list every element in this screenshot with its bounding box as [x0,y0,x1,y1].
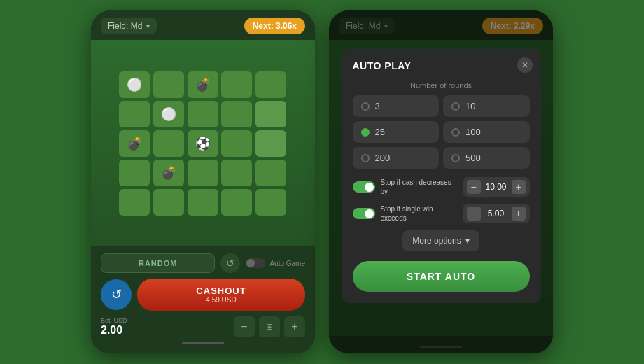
radio-3 [361,102,370,111]
cashout-label: CASHOUT [144,286,298,296]
auto-game-row: Auto Game [246,258,305,268]
rounds-grid: 3 10 25 100 [353,95,530,169]
cash-value-control: − 10.00 + [463,177,530,197]
radio-10 [451,102,460,111]
left-topbar: Field: Md ▾ Next: 3.06x [91,10,315,40]
round-option-500[interactable]: 500 [443,147,530,169]
round-option-25[interactable]: 25 [353,121,440,143]
cash-increase-btn[interactable]: + [512,180,526,194]
stack-icon[interactable]: ⊞ [259,316,280,337]
round-value-500: 500 [465,153,481,163]
radio-25 [361,128,370,136]
radio-200 [361,154,370,162]
cell-1-1[interactable]: ⚪ [153,101,184,127]
stop-win-label: Stop if single win exceeds [381,204,457,223]
stop-cash-setting: Stop if cash decreases by − 10.00 + [353,177,530,197]
auto-game-label: Auto Game [270,260,305,267]
round-option-10[interactable]: 10 [443,95,530,117]
round-value-200: 200 [375,153,391,163]
cashout-sub: 4.59 USD [144,296,298,304]
radio-500 [451,154,460,162]
cell-3-2[interactable] [188,160,218,186]
more-options-button[interactable]: More options ▾ [402,230,479,251]
win-decrease-btn[interactable]: − [467,206,481,220]
round-value-25: 25 [375,127,385,137]
chevron-down-icon-more: ▾ [465,236,470,246]
cell-2-2[interactable]: ⚽ [188,130,218,157]
cell-3-1[interactable]: 💣 [153,160,184,186]
cell-4-4[interactable] [255,189,286,216]
round-option-200[interactable]: 200 [353,147,440,169]
cell-4-1[interactable] [153,189,184,216]
stop-win-setting: Stop if single win exceeds − 5.00 + [353,204,530,223]
rounds-label: Number of rounds [353,81,530,90]
cell-4-3[interactable] [221,189,252,216]
refresh-icon[interactable]: ↺ [220,253,240,273]
chevron-down-icon: ▾ [146,22,150,30]
left-bottom: RANDOM ↺ Auto Game ↺ CASHOUT 4.59 USD Be… [91,246,315,354]
phones-container: Field: Md ▾ Next: 3.06x ⚪ 💣 ⚪ 💣 [91,10,553,354]
radio-100 [451,128,460,136]
stop-win-toggle[interactable] [353,208,375,219]
cell-4-2[interactable] [188,189,218,216]
bet-row: Bet, USD 2.00 − ⊞ + [101,316,305,337]
next-badge-left: Next: 3.06x [244,18,305,34]
cell-2-3[interactable] [221,130,252,157]
win-increase-btn[interactable]: + [512,206,526,220]
cashout-button[interactable]: CASHOUT 4.59 USD [137,279,305,311]
cell-3-3[interactable] [221,160,252,186]
bet-label: Bet, USD [101,317,230,324]
cell-1-4[interactable] [255,101,286,127]
more-options-label: More options [412,236,461,246]
stop-cash-toggle[interactable] [353,181,375,192]
autoplay-modal: AUTO PLAY ✕ Number of rounds 3 10 25 [342,49,541,303]
cell-0-4[interactable] [255,71,286,98]
action-row: ↺ CASHOUT 4.59 USD [101,279,305,311]
round-value-100: 100 [465,127,481,137]
cash-decrease-btn[interactable]: − [467,180,481,194]
stop-cash-label: Stop if cash decreases by [381,178,457,196]
left-phone: Field: Md ▾ Next: 3.06x ⚪ 💣 ⚪ 💣 [91,10,315,354]
random-button[interactable]: RANDOM [101,253,215,273]
cell-1-2[interactable] [188,101,218,127]
bottom-separator [182,342,224,344]
field-selector-left[interactable]: Field: Md ▾ [101,18,157,34]
cell-0-2[interactable]: 💣 [188,71,218,98]
cell-4-0[interactable] [119,189,150,216]
round-option-100[interactable]: 100 [443,121,530,143]
field-label-left: Field: Md [108,21,142,31]
cell-1-3[interactable] [221,101,252,127]
bet-section: Bet, USD 2.00 [101,317,230,337]
cash-value: 10.00 [484,182,509,192]
modal-overlay: AUTO PLAY ✕ Number of rounds 3 10 25 [329,10,553,354]
round-option-3[interactable]: 3 [353,95,440,117]
right-phone: Field: Md ▾ Next: 2.29x [329,10,553,354]
cell-3-0[interactable] [119,160,150,186]
round-value-3: 3 [375,101,380,111]
win-value: 5.00 [484,209,509,218]
bet-value: 2.00 [101,324,230,337]
start-auto-button[interactable]: START AUTO [353,261,530,292]
win-value-control: − 5.00 + [463,204,530,223]
modal-title: AUTO PLAY [353,60,530,71]
cell-0-1[interactable] [153,71,184,98]
modal-close-button[interactable]: ✕ [517,57,533,73]
spin-button[interactable]: ↺ [101,279,132,310]
cell-0-3[interactable] [221,71,252,98]
cell-2-4[interactable] [255,130,286,157]
auto-game-toggle[interactable] [246,258,265,268]
cell-2-0[interactable]: 💣 [119,130,150,157]
controls-row: RANDOM ↺ Auto Game [101,253,305,273]
cell-1-0[interactable] [119,101,150,127]
cell-3-4[interactable] [255,160,286,186]
cell-0-0[interactable]: ⚪ [119,71,150,98]
game-area: ⚪ 💣 ⚪ 💣 ⚽ 💣 [91,40,315,246]
cell-2-1[interactable] [153,130,184,157]
bet-increase-button[interactable]: + [284,316,305,337]
bet-decrease-button[interactable]: − [234,316,255,337]
round-value-10: 10 [465,101,475,111]
game-grid[interactable]: ⚪ 💣 ⚪ 💣 ⚽ 💣 [119,71,287,216]
